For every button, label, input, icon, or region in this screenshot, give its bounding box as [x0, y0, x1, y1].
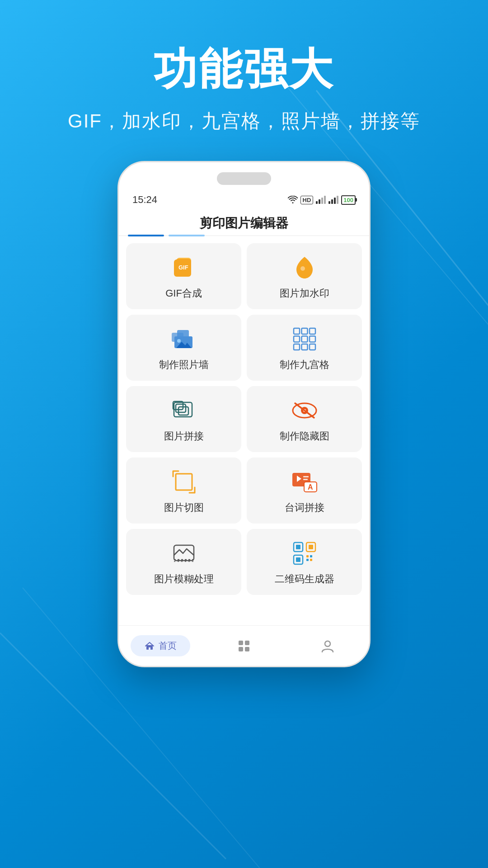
svg-rect-51 — [309, 545, 313, 549]
svg-rect-61 — [245, 647, 249, 651]
photo-wall-label: 制作照片墙 — [159, 358, 209, 372]
svg-rect-4 — [316, 201, 318, 204]
svg-text:GIF: GIF — [178, 264, 188, 271]
svg-point-20 — [177, 339, 181, 343]
svg-rect-9 — [331, 199, 333, 204]
grid-item-hidden[interactable]: 制作隐藏图 — [247, 386, 362, 452]
status-time: 15:24 — [132, 194, 157, 206]
wifi-icon — [288, 196, 298, 204]
grid-item-crop[interactable]: 图片切图 — [126, 458, 241, 524]
qrcode-label: 二维码生成器 — [275, 572, 334, 586]
blur-icon — [170, 540, 197, 567]
phone-btn-power — [369, 271, 371, 316]
svg-rect-56 — [306, 559, 309, 561]
feature-grid: GIF GIF合成 图片加水印 — [119, 240, 369, 599]
svg-rect-5 — [319, 199, 320, 204]
home-icon — [144, 641, 155, 651]
nav-item-profile[interactable] — [286, 639, 369, 653]
tab-indicator-active — [128, 235, 164, 236]
hd-badge: HD — [300, 196, 314, 204]
svg-rect-21 — [294, 328, 300, 334]
phone-camera-pill — [217, 172, 271, 185]
svg-rect-28 — [301, 344, 307, 350]
photo-wall-icon — [170, 326, 197, 353]
svg-rect-31 — [176, 404, 186, 412]
phone-mockup: 15:24 HD — [117, 161, 371, 667]
app-title: 剪印图片编辑器 — [119, 210, 369, 235]
watermark-icon — [291, 254, 318, 281]
svg-point-16 — [300, 266, 305, 271]
svg-rect-23 — [310, 328, 315, 334]
grid-item-gif[interactable]: GIF GIF合成 — [126, 243, 241, 309]
home-label: 首页 — [159, 640, 177, 652]
svg-rect-10 — [334, 198, 336, 204]
svg-rect-27 — [294, 344, 300, 350]
nav-item-tools[interactable] — [202, 639, 286, 653]
svg-line-37 — [295, 403, 314, 418]
signal-icon-2 — [328, 196, 338, 204]
grid-item-photo-wall[interactable]: 制作照片墙 — [126, 315, 241, 381]
svg-rect-29 — [310, 344, 315, 350]
splice-label: 图片拼接 — [164, 429, 204, 443]
svg-rect-26 — [310, 336, 315, 342]
svg-rect-57 — [310, 559, 312, 561]
watermark-label: 图片加水印 — [280, 287, 329, 300]
crop-label: 图片切图 — [164, 501, 204, 514]
hidden-icon — [291, 397, 318, 424]
svg-rect-22 — [301, 328, 307, 334]
svg-rect-41 — [303, 476, 309, 477]
phone-btn-vol-up — [117, 253, 119, 280]
svg-rect-8 — [328, 201, 330, 204]
main-title: 功能强大 — [0, 41, 488, 99]
tab-indicator-inactive — [169, 235, 205, 236]
splice-icon — [170, 397, 197, 424]
grid-item-watermark[interactable]: 图片加水印 — [247, 243, 362, 309]
status-icons: HD 100 — [288, 195, 356, 205]
grid-item-splice[interactable]: 图片拼接 — [126, 386, 241, 452]
svg-rect-11 — [337, 196, 338, 204]
svg-rect-54 — [306, 555, 309, 557]
nav-item-home[interactable]: 首页 — [119, 635, 202, 656]
svg-point-62 — [325, 641, 330, 646]
svg-rect-24 — [294, 336, 300, 342]
svg-rect-60 — [239, 647, 243, 651]
qrcode-icon — [291, 540, 318, 567]
bottom-nav: 首页 — [119, 625, 369, 666]
profile-icon — [321, 639, 334, 653]
phone-btn-vol-down — [117, 289, 119, 330]
hidden-label: 制作隐藏图 — [280, 429, 329, 443]
svg-rect-53 — [296, 557, 300, 562]
header-section: 功能强大 GIF，加水印，九宫格，照片墙，拼接等 — [0, 0, 488, 134]
subtitle-icon: A — [291, 468, 318, 495]
nine-grid-label: 制作九宫格 — [280, 358, 329, 372]
gif-icon: GIF — [170, 254, 197, 281]
svg-rect-6 — [321, 198, 323, 204]
svg-rect-59 — [245, 641, 249, 645]
grid-item-subtitle[interactable]: A 台词拼接 — [247, 458, 362, 524]
subtitle-label: 台词拼接 — [285, 501, 324, 514]
grid-item-nine-grid[interactable]: 制作九宫格 — [247, 315, 362, 381]
svg-rect-58 — [239, 641, 243, 645]
grid-item-blur[interactable]: 图片模糊处理 — [126, 529, 241, 595]
battery-icon: 100 — [341, 195, 356, 205]
svg-text:A: A — [308, 483, 313, 491]
sub-title: GIF，加水印，九宫格，照片墙，拼接等 — [0, 108, 488, 134]
svg-rect-25 — [301, 336, 307, 342]
crop-icon — [170, 468, 197, 495]
signal-icon-1 — [316, 196, 326, 204]
svg-rect-42 — [303, 479, 308, 480]
tabs-bar — [119, 235, 369, 236]
blur-label: 图片模糊处理 — [154, 572, 214, 586]
svg-rect-49 — [296, 545, 300, 549]
status-bar: 15:24 HD — [119, 162, 369, 210]
svg-rect-55 — [310, 555, 312, 557]
svg-rect-38 — [176, 474, 192, 490]
svg-rect-7 — [324, 196, 326, 204]
grid-item-qrcode[interactable]: 二维码生成器 — [247, 529, 362, 595]
tools-icon — [237, 639, 251, 653]
gif-label: GIF合成 — [165, 287, 202, 300]
nine-grid-icon — [291, 326, 318, 353]
phone-wrapper: 15:24 HD — [0, 161, 488, 667]
